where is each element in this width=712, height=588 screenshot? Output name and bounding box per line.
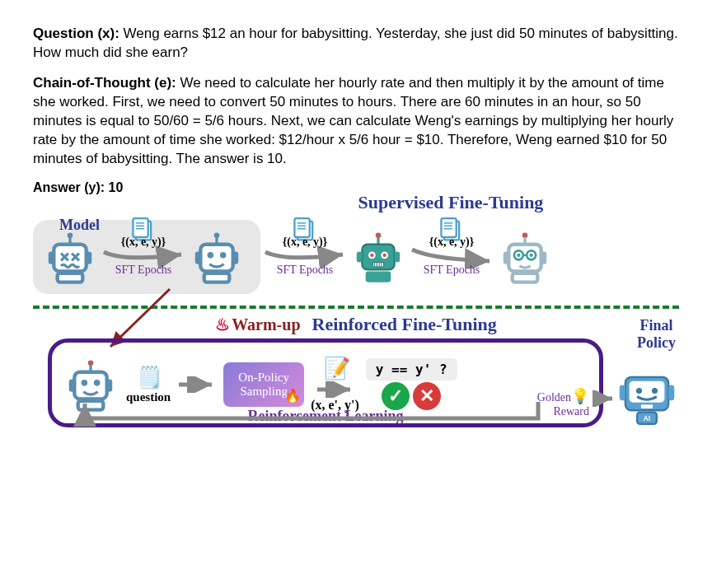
svg-rect-58 bbox=[69, 379, 75, 391]
svg-rect-47 bbox=[504, 251, 509, 264]
robot-warmup-icon bbox=[188, 228, 246, 286]
sft-arrow-2: {(x, e, y)} SFT Epochs bbox=[264, 232, 346, 282]
sft-tuple-2: {(x, e, y)} bbox=[283, 236, 328, 249]
warmup-label: ♨Warm-up bbox=[215, 315, 300, 334]
svg-rect-7 bbox=[133, 218, 148, 237]
svg-rect-28 bbox=[395, 251, 400, 262]
svg-rect-18 bbox=[204, 273, 230, 282]
svg-point-17 bbox=[220, 252, 227, 259]
sft-epochs-1: SFT Epochs bbox=[115, 264, 172, 277]
question-text: Weng earns $12 an hour for babysitting. … bbox=[33, 26, 678, 60]
arrow-icon bbox=[593, 390, 617, 407]
svg-rect-3 bbox=[49, 251, 54, 264]
svg-point-66 bbox=[652, 388, 658, 394]
robot-initial-icon bbox=[41, 228, 99, 286]
cot-block: Chain-of-Thought (e): We need to calcula… bbox=[33, 74, 679, 169]
reft-section: 🗒️ question On-Policy Sampling 🔥 📝 (x, e… bbox=[33, 338, 679, 427]
robot-sft-final-icon bbox=[496, 228, 554, 286]
steam-icon: ♨ bbox=[215, 315, 230, 334]
svg-point-60 bbox=[82, 380, 88, 386]
reft-header: ♨Warm-up Reinforced Fine-Tuning FinalPol… bbox=[33, 314, 679, 335]
svg-rect-48 bbox=[541, 251, 547, 264]
arrow-icon bbox=[177, 376, 217, 393]
sft-arrow-1: {(x, e, y)} SFT Epochs bbox=[102, 232, 185, 282]
reft-title: Reinforced Fine-Tuning bbox=[312, 314, 497, 335]
svg-point-50 bbox=[517, 253, 520, 256]
sticky-note-icon: 🗒️ bbox=[136, 365, 161, 390]
output-note-icon: 📝 bbox=[324, 356, 347, 381]
feedback-arrow-icon bbox=[60, 400, 555, 427]
svg-rect-59 bbox=[107, 379, 113, 391]
sft-tuple-1: {(x, e, y)} bbox=[121, 236, 166, 249]
svg-rect-70 bbox=[620, 385, 625, 400]
reft-box: 🗒️ question On-Policy Sampling 🔥 📝 (x, e… bbox=[48, 338, 603, 427]
svg-rect-20 bbox=[294, 218, 309, 237]
svg-point-61 bbox=[94, 380, 101, 386]
svg-rect-54 bbox=[513, 273, 538, 282]
question-block: Question (x): Weng earns $12 an hour for… bbox=[33, 25, 679, 63]
svg-point-32 bbox=[382, 253, 386, 256]
svg-rect-40 bbox=[441, 218, 456, 237]
cot-label: Chain-of-Thought (e): bbox=[33, 75, 176, 91]
svg-rect-15 bbox=[233, 251, 239, 264]
lightbulb-icon: 💡 bbox=[571, 388, 589, 404]
sft-arrow-3: {(x, e, y)} SFT Epochs bbox=[410, 232, 493, 282]
svg-rect-38 bbox=[366, 271, 391, 282]
section-divider bbox=[33, 306, 679, 309]
model-label: Model bbox=[59, 217, 100, 234]
svg-point-30 bbox=[370, 253, 373, 256]
sft-section: Supervised Fine-Tuning Model {(x, e, y)}… bbox=[33, 192, 679, 297]
svg-rect-27 bbox=[357, 251, 363, 262]
sft-tuple-3: {(x, e, y)} bbox=[429, 236, 475, 249]
robot-overfit-icon bbox=[349, 228, 407, 286]
svg-point-16 bbox=[208, 252, 214, 259]
sft-epochs-3: SFT Epochs bbox=[424, 264, 480, 277]
robot-final-icon: AI bbox=[616, 367, 678, 430]
svg-rect-5 bbox=[58, 273, 83, 282]
svg-rect-67 bbox=[641, 404, 653, 408]
arrow-icon bbox=[316, 381, 355, 398]
svg-rect-4 bbox=[87, 251, 92, 264]
svg-point-52 bbox=[529, 253, 532, 256]
sft-epochs-2: SFT Epochs bbox=[277, 264, 334, 277]
svg-point-65 bbox=[636, 388, 642, 394]
svg-text:AI: AI bbox=[644, 414, 650, 422]
svg-rect-71 bbox=[668, 385, 674, 400]
question-label: Question (x): bbox=[33, 26, 119, 41]
condition-box: y == y' ? bbox=[366, 358, 457, 380]
sampling-label: On-Policy Sampling bbox=[238, 371, 289, 398]
svg-rect-14 bbox=[195, 251, 201, 264]
sft-title: Supervised Fine-Tuning bbox=[222, 192, 679, 213]
